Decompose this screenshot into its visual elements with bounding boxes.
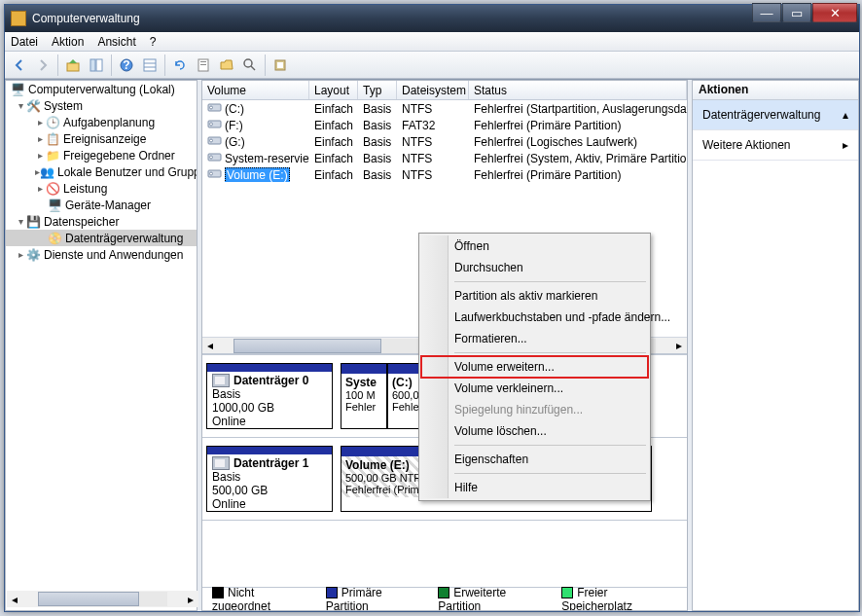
- svg-point-16: [210, 106, 213, 109]
- show-hide-tree-button[interactable]: [86, 54, 107, 76]
- chevron-right-icon: ▸: [843, 138, 848, 152]
- folder-button[interactable]: [216, 54, 237, 76]
- tree-local-users[interactable]: ▸👥Lokale Benutzer und Gruppen: [6, 163, 197, 180]
- ctx-change-drive-letter[interactable]: Laufwerkbuchstaben und -pfade ändern...: [421, 307, 648, 328]
- volume-list-header[interactable]: Volume Layout Typ Dateisystem Status: [202, 81, 687, 100]
- svg-point-20: [210, 139, 213, 142]
- app-icon: [11, 11, 26, 26]
- tree-shared-folders[interactable]: ▸📁Freigegebene Ordner: [6, 147, 197, 163]
- volume-row[interactable]: (G:)EinfachBasisNTFSFehlerfrei (Logische…: [202, 133, 687, 150]
- help-button[interactable]: ?: [116, 54, 137, 76]
- ctx-properties[interactable]: Eigenschaften: [421, 449, 648, 470]
- tree-event-viewer[interactable]: ▸📋Ereignisanzeige: [6, 130, 197, 147]
- back-button[interactable]: [9, 54, 30, 76]
- legend: Nicht zugeordnet Primäre Partition Erwei…: [202, 587, 687, 610]
- svg-rect-9: [200, 61, 206, 62]
- toolbar: ?: [5, 52, 859, 79]
- settings-button[interactable]: [269, 54, 291, 76]
- svg-rect-0: [67, 63, 79, 71]
- volume-row[interactable]: (C:)EinfachBasisNTFSFehlerfrei (Startpar…: [202, 100, 687, 117]
- legend-extended-swatch: [438, 587, 449, 598]
- col-layout[interactable]: Layout: [309, 81, 358, 99]
- svg-point-24: [210, 172, 213, 175]
- col-volume[interactable]: Volume: [202, 81, 309, 99]
- actions-pane: Aktionen Datenträgerverwaltung▴ Weitere …: [692, 80, 859, 611]
- tree-device-manager[interactable]: 🖥️Geräte-Manager: [6, 197, 197, 213]
- legend-unallocated-swatch: [212, 587, 224, 598]
- menubar: Datei Aktion Ansicht ?: [5, 32, 859, 52]
- window-title: Computerverwaltung: [32, 12, 140, 25]
- ctx-extend-volume[interactable]: Volume erweitern...: [421, 356, 648, 378]
- tree-root[interactable]: 🖥️Computerverwaltung (Lokal): [6, 81, 197, 97]
- up-button[interactable]: [62, 54, 84, 76]
- menu-file[interactable]: Datei: [11, 35, 38, 49]
- tree-disk-management[interactable]: 📀Datenträgerverwaltung: [6, 230, 197, 246]
- properties-button[interactable]: [193, 54, 214, 76]
- ctx-help[interactable]: Hilfe: [421, 477, 648, 498]
- context-menu: Öffnen Durchsuchen Partition als aktiv m…: [418, 233, 651, 501]
- actions-more[interactable]: Weitere Aktionen▸: [693, 130, 858, 161]
- svg-text:?: ?: [123, 58, 129, 72]
- partition[interactable]: Syste100 MFehler: [341, 363, 387, 429]
- svg-point-11: [244, 59, 252, 67]
- svg-point-22: [210, 156, 213, 159]
- menu-action[interactable]: Aktion: [52, 35, 84, 49]
- col-type[interactable]: Typ: [358, 81, 397, 99]
- view-button[interactable]: [139, 54, 161, 76]
- volume-row[interactable]: Volume (E:)EinfachBasisNTFSFehlerfrei (P…: [202, 166, 687, 183]
- legend-primary-swatch: [326, 587, 338, 598]
- disk-info[interactable]: Datenträger 0Basis1000,00 GBOnline: [206, 363, 333, 429]
- svg-rect-10: [200, 64, 206, 65]
- refresh-button[interactable]: [169, 54, 191, 76]
- menu-help[interactable]: ?: [150, 35, 157, 49]
- svg-rect-2: [96, 59, 102, 71]
- svg-rect-14: [277, 62, 283, 68]
- tree-task-scheduler[interactable]: ▸🕒Aufgabenplanung: [6, 114, 197, 130]
- close-button[interactable]: ✕: [812, 3, 857, 22]
- ctx-open[interactable]: Öffnen: [421, 236, 648, 257]
- svg-point-18: [210, 123, 213, 126]
- collapse-icon: ▴: [843, 108, 848, 122]
- maximize-button[interactable]: ▭: [782, 3, 811, 22]
- svg-line-12: [251, 66, 255, 70]
- tree-performance[interactable]: ▸🚫Leistung: [6, 180, 197, 197]
- tree-scrollbar[interactable]: ◂▸: [7, 591, 198, 607]
- ctx-add-mirror: Spiegelung hinzufügen...: [421, 399, 648, 420]
- ctx-format[interactable]: Formatieren...: [421, 328, 648, 349]
- forward-button[interactable]: [32, 54, 54, 76]
- minimize-button[interactable]: —: [752, 3, 781, 22]
- col-status[interactable]: Status: [469, 81, 687, 99]
- col-fs[interactable]: Dateisystem: [397, 81, 469, 99]
- ctx-mark-active[interactable]: Partition als aktiv markieren: [421, 285, 648, 307]
- svg-rect-1: [90, 59, 95, 71]
- actions-header: Aktionen: [693, 81, 858, 100]
- ctx-shrink-volume[interactable]: Volume verkleinern...: [421, 378, 648, 399]
- disk-info[interactable]: Datenträger 1Basis500,00 GBOnline: [206, 446, 333, 512]
- actions-disk-management[interactable]: Datenträgerverwaltung▴: [693, 100, 858, 130]
- tree-services[interactable]: ▸⚙️Dienste und Anwendungen: [6, 246, 197, 263]
- legend-free-swatch: [561, 587, 573, 598]
- titlebar[interactable]: Computerverwaltung — ▭ ✕: [5, 5, 859, 32]
- ctx-delete-volume[interactable]: Volume löschen...: [421, 420, 648, 442]
- tree-system[interactable]: ▾🛠️System: [6, 97, 197, 114]
- search-button[interactable]: [239, 54, 261, 76]
- volume-row[interactable]: System-reserviertEinfachBasisNTFSFehlerf…: [202, 150, 687, 166]
- tree-pane: 🖥️Computerverwaltung (Lokal) ▾🛠️System ▸…: [5, 80, 198, 611]
- tree-storage[interactable]: ▾💾Datenspeicher: [6, 213, 197, 230]
- svg-rect-5: [144, 59, 156, 71]
- menu-view[interactable]: Ansicht: [97, 35, 135, 49]
- volume-row[interactable]: (F:)EinfachBasisFAT32Fehlerfrei (Primäre…: [202, 117, 687, 133]
- ctx-browse[interactable]: Durchsuchen: [421, 257, 648, 278]
